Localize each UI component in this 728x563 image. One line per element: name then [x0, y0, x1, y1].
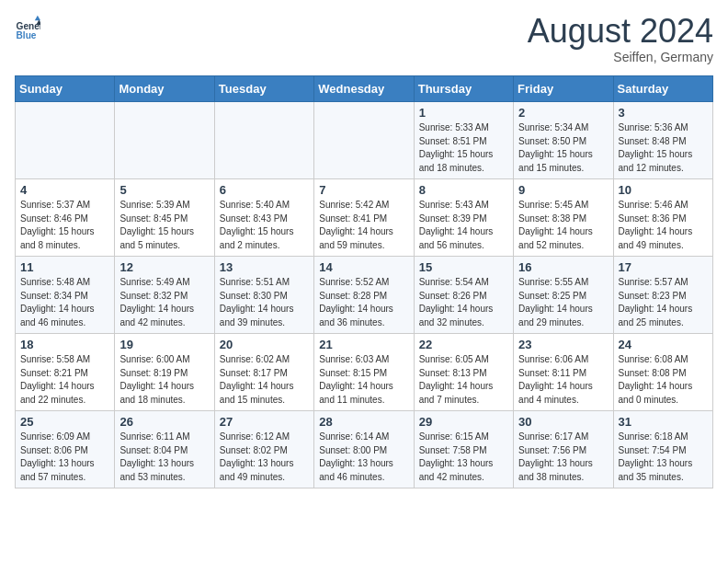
day-number: 11 — [20, 260, 109, 274]
calendar-day-cell: 22Sunrise: 6:05 AM Sunset: 8:13 PM Dayli… — [414, 334, 513, 411]
day-info: Sunrise: 5:51 AM Sunset: 8:30 PM Dayligh… — [220, 276, 309, 329]
day-info: Sunrise: 6:09 AM Sunset: 8:06 PM Dayligh… — [20, 431, 109, 484]
calendar-day-cell: 25Sunrise: 6:09 AM Sunset: 8:06 PM Dayli… — [16, 411, 115, 488]
weekday-header-cell: Monday — [115, 76, 214, 102]
calendar-week-row: 4Sunrise: 5:37 AM Sunset: 8:46 PM Daylig… — [16, 179, 713, 257]
day-number: 13 — [220, 260, 309, 274]
day-number: 22 — [419, 338, 508, 351]
day-number: 19 — [119, 338, 209, 351]
day-number: 10 — [619, 183, 708, 197]
day-info: Sunrise: 5:40 AM Sunset: 8:43 PM Dayligh… — [220, 199, 309, 252]
day-number: 5 — [119, 183, 209, 197]
day-number: 27 — [220, 415, 309, 429]
day-number: 3 — [619, 106, 708, 120]
calendar-week-row: 11Sunrise: 5:48 AM Sunset: 8:34 PM Dayli… — [16, 257, 713, 334]
day-number: 29 — [419, 415, 508, 429]
day-number: 16 — [518, 260, 608, 274]
day-info: Sunrise: 6:14 AM Sunset: 8:00 PM Dayligh… — [319, 431, 408, 484]
calendar-day-cell: 15Sunrise: 5:54 AM Sunset: 8:26 PM Dayli… — [414, 257, 513, 334]
svg-marker-2 — [35, 16, 40, 20]
day-number: 26 — [119, 415, 209, 429]
calendar-day-cell: 3Sunrise: 5:36 AM Sunset: 8:48 PM Daylig… — [613, 102, 712, 179]
logo: General Blue — [15, 15, 40, 40]
calendar-day-cell: 7Sunrise: 5:42 AM Sunset: 8:41 PM Daylig… — [314, 179, 414, 257]
day-info: Sunrise: 6:11 AM Sunset: 8:04 PM Dayligh… — [119, 431, 209, 484]
calendar-day-cell: 30Sunrise: 6:17 AM Sunset: 7:56 PM Dayli… — [514, 411, 613, 488]
title-block: August 2024 Seiffen, Germany — [528, 15, 713, 64]
calendar-day-cell: 16Sunrise: 5:55 AM Sunset: 8:25 PM Dayli… — [514, 257, 613, 334]
calendar-day-cell: 13Sunrise: 5:51 AM Sunset: 8:30 PM Dayli… — [214, 257, 313, 334]
day-number: 20 — [220, 338, 309, 351]
day-info: Sunrise: 6:12 AM Sunset: 8:02 PM Dayligh… — [220, 431, 309, 484]
calendar-week-row: 25Sunrise: 6:09 AM Sunset: 8:06 PM Dayli… — [16, 411, 713, 488]
svg-text:Blue: Blue — [17, 30, 37, 40]
calendar-day-cell — [314, 102, 414, 179]
day-number: 17 — [619, 260, 708, 274]
calendar-day-cell: 20Sunrise: 6:02 AM Sunset: 8:17 PM Dayli… — [214, 334, 313, 411]
calendar-day-cell — [115, 102, 214, 179]
logo-icon: General Blue — [15, 15, 40, 40]
weekday-header-cell: Friday — [514, 76, 613, 102]
calendar-day-cell: 18Sunrise: 5:58 AM Sunset: 8:21 PM Dayli… — [16, 334, 115, 411]
day-info: Sunrise: 5:46 AM Sunset: 8:36 PM Dayligh… — [619, 199, 708, 252]
calendar-day-cell: 10Sunrise: 5:46 AM Sunset: 8:36 PM Dayli… — [613, 179, 712, 257]
day-number: 15 — [419, 260, 508, 274]
day-info: Sunrise: 6:05 AM Sunset: 8:13 PM Dayligh… — [419, 353, 508, 407]
day-info: Sunrise: 5:39 AM Sunset: 8:45 PM Dayligh… — [119, 199, 209, 252]
day-info: Sunrise: 5:57 AM Sunset: 8:23 PM Dayligh… — [619, 276, 708, 329]
day-number: 4 — [20, 183, 109, 197]
day-number: 12 — [119, 260, 209, 274]
day-info: Sunrise: 5:33 AM Sunset: 8:51 PM Dayligh… — [419, 121, 508, 175]
day-info: Sunrise: 5:37 AM Sunset: 8:46 PM Dayligh… — [20, 199, 109, 252]
day-number: 24 — [619, 338, 708, 351]
calendar-day-cell: 26Sunrise: 6:11 AM Sunset: 8:04 PM Dayli… — [115, 411, 214, 488]
calendar-day-cell: 5Sunrise: 5:39 AM Sunset: 8:45 PM Daylig… — [115, 179, 214, 257]
day-number: 21 — [319, 338, 408, 351]
calendar-body: 1Sunrise: 5:33 AM Sunset: 8:51 PM Daylig… — [16, 102, 713, 488]
calendar-day-cell — [16, 102, 115, 179]
calendar-day-cell: 8Sunrise: 5:43 AM Sunset: 8:39 PM Daylig… — [414, 179, 513, 257]
day-info: Sunrise: 6:08 AM Sunset: 8:08 PM Dayligh… — [619, 353, 708, 407]
page-header: General Blue August 2024 Seiffen, German… — [15, 15, 713, 64]
calendar-day-cell: 27Sunrise: 6:12 AM Sunset: 8:02 PM Dayli… — [214, 411, 313, 488]
day-number: 25 — [20, 415, 109, 429]
day-number: 1 — [419, 106, 508, 120]
calendar-day-cell: 14Sunrise: 5:52 AM Sunset: 8:28 PM Dayli… — [314, 257, 414, 334]
calendar-day-cell: 2Sunrise: 5:34 AM Sunset: 8:50 PM Daylig… — [514, 102, 613, 179]
weekday-header-cell: Thursday — [414, 76, 513, 102]
calendar-day-cell — [214, 102, 313, 179]
calendar-day-cell: 12Sunrise: 5:49 AM Sunset: 8:32 PM Dayli… — [115, 257, 214, 334]
day-info: Sunrise: 6:02 AM Sunset: 8:17 PM Dayligh… — [220, 353, 309, 407]
day-info: Sunrise: 5:55 AM Sunset: 8:25 PM Dayligh… — [518, 276, 608, 329]
day-info: Sunrise: 5:42 AM Sunset: 8:41 PM Dayligh… — [319, 199, 408, 252]
day-number: 28 — [319, 415, 408, 429]
weekday-header-cell: Sunday — [16, 76, 115, 102]
calendar-day-cell: 17Sunrise: 5:57 AM Sunset: 8:23 PM Dayli… — [613, 257, 712, 334]
calendar-table: SundayMondayTuesdayWednesdayThursdayFrid… — [15, 75, 713, 488]
calendar-day-cell: 29Sunrise: 6:15 AM Sunset: 7:58 PM Dayli… — [414, 411, 513, 488]
weekday-header-cell: Saturday — [613, 76, 712, 102]
day-info: Sunrise: 6:00 AM Sunset: 8:19 PM Dayligh… — [119, 353, 209, 407]
calendar-day-cell: 6Sunrise: 5:40 AM Sunset: 8:43 PM Daylig… — [214, 179, 313, 257]
calendar-day-cell: 24Sunrise: 6:08 AM Sunset: 8:08 PM Dayli… — [613, 334, 712, 411]
calendar-day-cell: 21Sunrise: 6:03 AM Sunset: 8:15 PM Dayli… — [314, 334, 414, 411]
day-number: 23 — [518, 338, 608, 351]
calendar-week-row: 18Sunrise: 5:58 AM Sunset: 8:21 PM Dayli… — [16, 334, 713, 411]
day-number: 14 — [319, 260, 408, 274]
day-number: 6 — [220, 183, 309, 197]
month-title: August 2024 — [528, 15, 713, 48]
day-info: Sunrise: 6:03 AM Sunset: 8:15 PM Dayligh… — [319, 353, 408, 407]
day-number: 18 — [20, 338, 109, 351]
day-number: 9 — [518, 183, 608, 197]
day-info: Sunrise: 5:58 AM Sunset: 8:21 PM Dayligh… — [20, 353, 109, 407]
day-info: Sunrise: 5:52 AM Sunset: 8:28 PM Dayligh… — [319, 276, 408, 329]
calendar-day-cell: 23Sunrise: 6:06 AM Sunset: 8:11 PM Dayli… — [514, 334, 613, 411]
calendar-day-cell: 9Sunrise: 5:45 AM Sunset: 8:38 PM Daylig… — [514, 179, 613, 257]
day-info: Sunrise: 6:15 AM Sunset: 7:58 PM Dayligh… — [419, 431, 508, 484]
day-info: Sunrise: 6:06 AM Sunset: 8:11 PM Dayligh… — [518, 353, 608, 407]
day-info: Sunrise: 6:18 AM Sunset: 7:54 PM Dayligh… — [619, 431, 708, 484]
calendar-day-cell: 31Sunrise: 6:18 AM Sunset: 7:54 PM Dayli… — [613, 411, 712, 488]
day-number: 8 — [419, 183, 508, 197]
calendar-day-cell: 1Sunrise: 5:33 AM Sunset: 8:51 PM Daylig… — [414, 102, 513, 179]
day-number: 7 — [319, 183, 408, 197]
